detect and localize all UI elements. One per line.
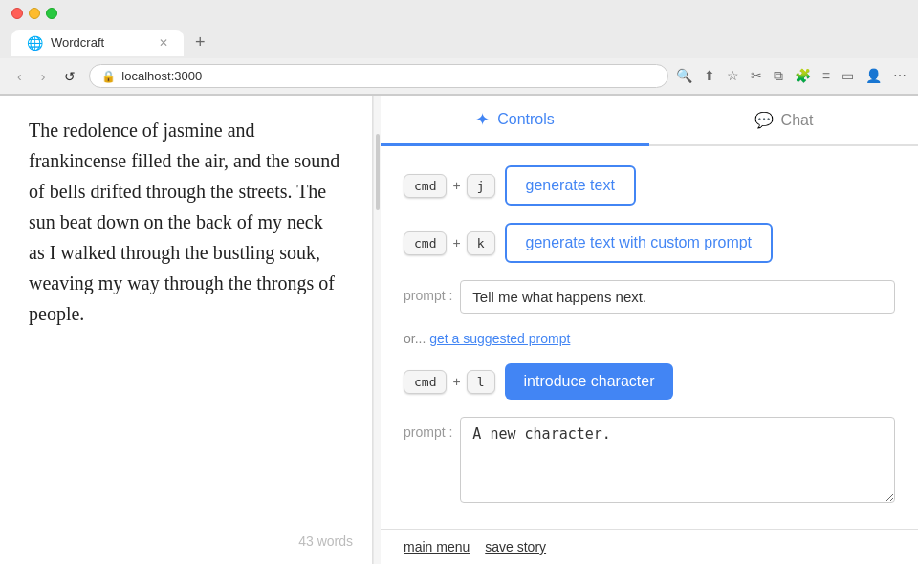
generate-text-button[interactable]: generate text: [505, 165, 636, 206]
plus-j: +: [452, 178, 460, 193]
title-bar: [0, 0, 918, 27]
chat-icon: 💬: [754, 111, 774, 129]
main-content: The redolence of jasmine and frankincens…: [0, 96, 918, 564]
copy-icon[interactable]: ⧉: [774, 68, 783, 84]
custom-prompt-section: prompt :: [404, 280, 895, 314]
tab-chat-label: Chat: [781, 112, 814, 129]
j-key: j: [467, 174, 495, 198]
address-bar: ‹ › ↺ 🔒 localhost:3000 🔍 ⬆ ☆ ✂ ⧉ 🧩 ≡ ▭ 👤…: [0, 58, 918, 95]
kbd-group-l: cmd + l: [404, 370, 495, 394]
close-button[interactable]: [11, 8, 23, 19]
back-button[interactable]: ‹: [11, 67, 28, 86]
plus-l: +: [452, 374, 460, 389]
character-prompt-section: prompt :: [404, 417, 895, 503]
generate-text-row: cmd + j generate text: [404, 165, 895, 206]
controls-inner: ✦ Controls 💬 Chat cmd + j generat: [381, 96, 918, 564]
scrollbar-thumb[interactable]: [376, 134, 380, 210]
cmd-key-k: cmd: [404, 231, 447, 255]
panel-tabs: ✦ Controls 💬 Chat: [381, 96, 918, 146]
save-story-link[interactable]: save story: [485, 539, 546, 555]
tab-favicon: 🌐: [27, 35, 43, 51]
word-count: 43 words: [298, 534, 353, 549]
controls-panel: ✦ Controls 💬 Chat cmd + j generat: [381, 96, 918, 564]
split-view-icon[interactable]: ▭: [842, 68, 854, 84]
suggested-link-row: or... get a suggested prompt: [404, 331, 895, 346]
character-prompt-textarea[interactable]: [460, 417, 895, 503]
generate-text-custom-button[interactable]: generate text with custom prompt: [505, 223, 774, 263]
minimize-button[interactable]: [29, 8, 40, 19]
new-tab-button[interactable]: +: [184, 27, 217, 58]
share-icon[interactable]: ⬆: [704, 68, 715, 84]
custom-prompt-input[interactable]: [460, 280, 895, 314]
maximize-button[interactable]: [46, 8, 57, 19]
introduce-character-button[interactable]: introduce character: [505, 363, 674, 400]
bottom-bar: main menu save story: [381, 529, 918, 564]
reading-list-icon[interactable]: ≡: [822, 68, 830, 84]
get-suggested-prompt-link[interactable]: get a suggested prompt: [429, 331, 570, 346]
cmd-key-l: cmd: [404, 370, 447, 394]
tab-close-button[interactable]: ✕: [159, 36, 168, 50]
tab-title: Wordcraft: [51, 35, 104, 50]
kbd-group-j: cmd + j: [404, 174, 495, 198]
menu-icon[interactable]: ⋯: [893, 68, 907, 84]
tab-controls-label: Controls: [497, 111, 555, 128]
active-tab[interactable]: 🌐 Wordcraft ✕: [11, 30, 184, 56]
cut-icon[interactable]: ✂: [751, 68, 762, 84]
lock-icon: 🔒: [101, 70, 116, 83]
editor-panel: The redolence of jasmine and frankincens…: [0, 96, 373, 564]
plus-k: +: [452, 235, 460, 250]
address-input[interactable]: 🔒 localhost:3000: [89, 64, 667, 88]
prompt-label-2: prompt :: [404, 417, 452, 440]
traffic-lights: [11, 8, 57, 19]
browser-toolbar-icons: 🔍 ⬆ ☆ ✂ ⧉ 🧩 ≡ ▭ 👤 ⋯: [676, 68, 907, 84]
cmd-key-j: cmd: [404, 174, 447, 198]
browser-chrome: 🌐 Wordcraft ✕ + ‹ › ↺ 🔒 localhost:3000 🔍…: [0, 0, 918, 96]
extensions-icon[interactable]: 🧩: [795, 68, 811, 84]
address-text: localhost:3000: [121, 69, 202, 83]
editor-text[interactable]: The redolence of jasmine and frankincens…: [29, 115, 343, 329]
k-key: k: [467, 231, 495, 255]
tab-chat[interactable]: 💬 Chat: [649, 96, 918, 144]
sparkle-icon: ✦: [475, 109, 490, 130]
scrollbar[interactable]: [373, 96, 381, 564]
or-text: or...: [404, 331, 426, 346]
forward-button[interactable]: ›: [35, 67, 52, 86]
tab-controls[interactable]: ✦ Controls: [381, 96, 649, 146]
l-key: l: [467, 370, 495, 394]
prompt-label-1: prompt :: [404, 280, 452, 303]
controls-content: cmd + j generate text cmd + k generate t…: [381, 146, 918, 522]
profile-avatar[interactable]: 👤: [865, 68, 882, 84]
kbd-group-k: cmd + k: [404, 231, 495, 255]
bookmark-icon[interactable]: ☆: [727, 68, 739, 84]
introduce-character-row: cmd + l introduce character: [404, 363, 895, 400]
main-menu-link[interactable]: main menu: [404, 539, 470, 555]
generate-text-custom-row: cmd + k generate text with custom prompt: [404, 223, 895, 263]
zoom-icon[interactable]: 🔍: [676, 68, 692, 84]
tab-bar: 🌐 Wordcraft ✕ +: [0, 27, 918, 58]
refresh-button[interactable]: ↺: [58, 67, 81, 86]
